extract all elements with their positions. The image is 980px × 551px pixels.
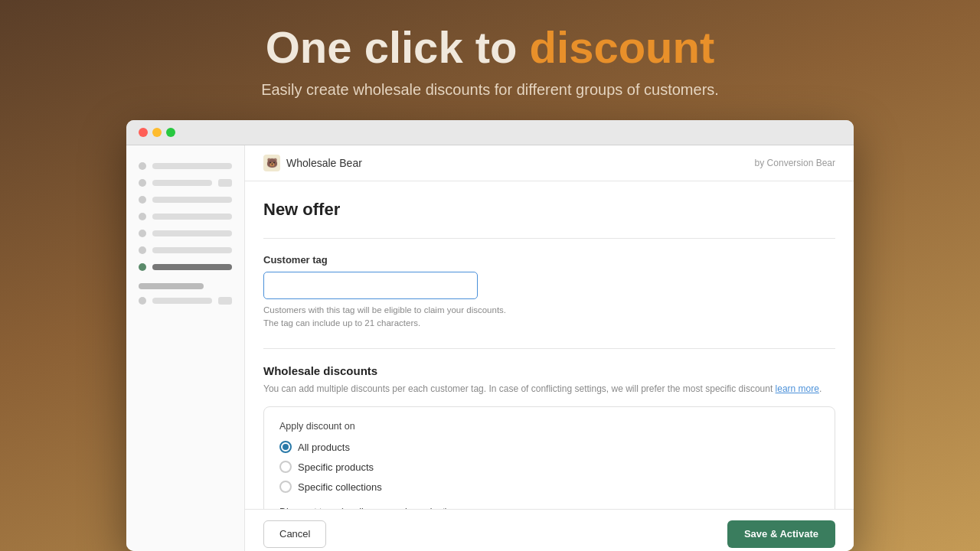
radio-all-products-label: All products [298, 442, 350, 453]
sidebar-analytics-label [152, 230, 232, 236]
app-logo-icon: 🐻 [263, 155, 280, 171]
apply-discount-radio-group: All products Specific products Specific … [279, 441, 819, 493]
hero-subtitle: Easily create wholesale discounts for di… [261, 81, 719, 99]
browser-titlebar [126, 120, 854, 145]
radio-all-products[interactable]: All products [279, 441, 819, 453]
sidebar-orders-icon [139, 179, 146, 187]
save-activate-button[interactable]: Save & Activate [727, 520, 835, 548]
radio-specific-products-circle [279, 461, 292, 473]
wholesale-discounts-title: Wholesale discounts [263, 364, 835, 377]
divider-middle [263, 348, 835, 349]
sidebar-orders-label [152, 180, 212, 186]
sidebar-item-orders[interactable] [126, 174, 244, 191]
sidebar-orders-badge [218, 179, 232, 187]
browser-body: 🐻 Wholesale Bear by Conversion Bear New … [126, 145, 854, 551]
browser-window: 🐻 Wholesale Bear by Conversion Bear New … [126, 120, 854, 551]
radio-all-products-circle [279, 441, 292, 453]
customer-tag-input[interactable] [263, 272, 478, 299]
sidebar-item-apps[interactable] [126, 259, 244, 276]
browser-minimize-button[interactable] [152, 128, 162, 137]
learn-more-link[interactable]: learn more [776, 383, 819, 394]
hero-section: One click to discount Easily create whol… [261, 23, 719, 120]
sidebar-products-icon [139, 196, 146, 204]
sidebar-analytics-icon [139, 230, 146, 237]
app-logo: 🐻 Wholesale Bear [263, 155, 362, 171]
discount-box: Apply discount on All products Specific … [263, 406, 835, 509]
sidebar-home-label [152, 163, 232, 169]
sidebar-apps-icon [139, 263, 146, 271]
app-header: 🐻 Wholesale Bear by Conversion Bear [245, 145, 854, 181]
sidebar-online-store-icon [139, 297, 146, 305]
main-content: 🐻 Wholesale Bear by Conversion Bear New … [245, 145, 854, 551]
browser-close-button[interactable] [139, 128, 148, 137]
sidebar-products-label [152, 197, 232, 203]
radio-specific-collections[interactable]: Specific collections [279, 481, 819, 493]
customer-tag-label: Customer tag [263, 254, 835, 266]
hero-title: One click to discount [261, 23, 719, 72]
sidebar-item-marketing[interactable] [126, 242, 244, 259]
apply-discount-label: Apply discount on [279, 421, 819, 432]
sidebar-marketing-icon [139, 246, 146, 254]
sidebar-marketing-label [152, 247, 232, 253]
customer-tag-section: Customer tag Customers with this tag wil… [263, 254, 835, 331]
wholesale-discounts-section: Wholesale discounts You can add multiple… [263, 364, 835, 509]
sidebar-online-store-badge [218, 297, 232, 305]
radio-specific-collections-circle [279, 481, 292, 493]
wholesale-discounts-desc: You can add multiple discounts per each … [263, 382, 835, 396]
sidebar [126, 145, 245, 551]
sidebar-customers-label [152, 214, 232, 220]
sidebar-apps-label [152, 264, 232, 270]
sidebar-online-store-label [152, 298, 212, 304]
radio-specific-collections-label: Specific collections [298, 481, 382, 493]
sidebar-home-icon [139, 162, 146, 170]
divider-top [263, 238, 835, 239]
radio-specific-products-label: Specific products [298, 461, 374, 473]
customer-tag-hint: Customers with this tag will be eligible… [263, 304, 835, 331]
app-credit: by Conversion Bear [755, 158, 835, 168]
sidebar-item-customers[interactable] [126, 208, 244, 225]
form-content: New offer Customer tag Customers with th… [245, 181, 854, 509]
app-name: Wholesale Bear [286, 157, 362, 169]
sidebar-item-analytics[interactable] [126, 225, 244, 242]
sidebar-item-products[interactable] [126, 191, 244, 208]
page-title: New offer [263, 200, 835, 220]
cancel-button[interactable]: Cancel [263, 520, 326, 548]
browser-maximize-button[interactable] [166, 128, 175, 137]
form-footer: Cancel Save & Activate [245, 509, 854, 551]
sidebar-customers-icon [139, 213, 146, 220]
radio-specific-products[interactable]: Specific products [279, 461, 819, 473]
sidebar-item-online-store[interactable] [126, 292, 244, 309]
sidebar-section-sales [126, 276, 244, 292]
sidebar-item-home[interactable] [126, 158, 244, 174]
